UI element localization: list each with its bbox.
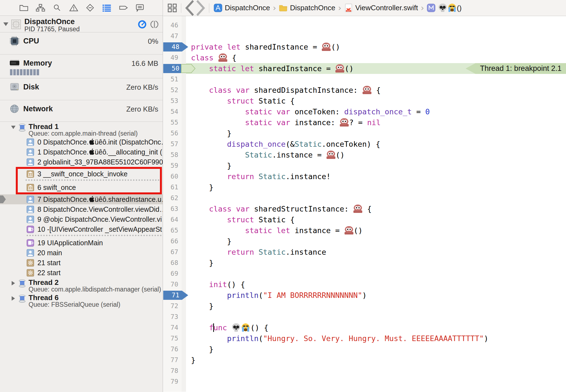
- code-line-content[interactable]: println("I AM BORRRRRRNNNNNNN"): [186, 290, 566, 301]
- code-line[interactable]: static let sharedInstance = ()50Thread 1…: [163, 63, 566, 74]
- code-line-content[interactable]: }: [186, 355, 566, 365]
- code-line-content[interactable]: }: [186, 236, 566, 247]
- code-line-content[interactable]: }: [186, 301, 566, 311]
- line-number[interactable]: 78: [163, 365, 182, 376]
- thread-row[interactable]: Thread 1Queue: com.apple.main-thread (se…: [0, 122, 163, 137]
- thread-row[interactable]: Thread 2Queue: com.apple.libdispatch-man…: [0, 278, 163, 293]
- line-number[interactable]: 54: [163, 106, 182, 117]
- test-navigator-icon[interactable]: [85, 3, 96, 12]
- line-number[interactable]: 75: [163, 333, 182, 344]
- code-line[interactable]: 57 dispatch_once(&Static.onceToken) {: [163, 139, 566, 149]
- code-line[interactable]: 72 }: [163, 301, 566, 311]
- stack-frame[interactable]: 10 -[UIViewController _setViewAppearSt…: [0, 224, 163, 234]
- line-number[interactable]: 73: [163, 311, 182, 322]
- stack-frame[interactable]: 0 DispatchOnce.üêô.init (DispatchOnc…: [0, 137, 163, 147]
- code-line[interactable]: 49class {: [163, 52, 566, 63]
- code-line-content[interactable]: static let instance = (): [186, 225, 566, 236]
- line-number[interactable]: 68: [163, 257, 182, 268]
- memory-split-button[interactable]: [150, 20, 159, 29]
- code-line-content[interactable]: println("Hungry. So. Very. Hungry. Must.…: [186, 333, 566, 344]
- line-number[interactable]: 69: [163, 268, 182, 279]
- line-number[interactable]: 77: [163, 355, 182, 365]
- issue-navigator-icon[interactable]: [68, 3, 79, 12]
- project-navigator-icon[interactable]: [18, 3, 29, 12]
- line-number[interactable]: 79: [163, 376, 182, 387]
- code-line[interactable]: 55 static var instance: ? = nil: [163, 117, 566, 128]
- forward-button[interactable]: [195, 3, 206, 13]
- disclosure-triangle-icon[interactable]: [12, 296, 15, 301]
- line-number[interactable]: 52: [163, 85, 182, 96]
- code-line-content[interactable]: struct Static {: [186, 214, 566, 225]
- code-line[interactable]: 56 }: [163, 128, 566, 139]
- stack-frame[interactable]: 19 UIApplicationMain: [0, 238, 163, 248]
- code-line[interactable]: 46: [163, 20, 566, 31]
- line-number[interactable]: 74: [163, 322, 182, 333]
- gauge-row-memory[interactable]: Memory16.6 MB: [0, 55, 163, 78]
- stack-frame[interactable]: 3 __swift_once_block_invoke: [18, 169, 160, 179]
- code-line-content[interactable]: func () {: [186, 322, 566, 333]
- breadcrumb-item[interactable]: SWIFTViewController.swift: [344, 4, 418, 12]
- line-number[interactable]: 72: [163, 301, 182, 311]
- line-number[interactable]: 57: [163, 139, 182, 149]
- code-line-content[interactable]: [186, 74, 566, 85]
- code-line[interactable]: 52 class var sharedDispatchInstance: {: [163, 85, 566, 96]
- code-line-content[interactable]: [186, 365, 566, 376]
- code-line-content[interactable]: return Static.instance!: [186, 171, 566, 182]
- code-line[interactable]: 61 }: [163, 182, 566, 193]
- report-navigator-icon[interactable]: [134, 3, 146, 12]
- code-line[interactable]: 47: [163, 31, 566, 42]
- disclosure-triangle-icon[interactable]: [3, 22, 8, 26]
- code-line-content[interactable]: static var instance: ? = nil: [186, 117, 566, 128]
- thread-row[interactable]: Thread 6Queue: FBSSerialQueue (serial): [0, 293, 163, 308]
- symbol-navigator-icon[interactable]: [35, 3, 46, 12]
- back-button[interactable]: [185, 3, 195, 13]
- line-number[interactable]: 51: [163, 74, 182, 85]
- code-line[interactable]: 64 struct Static {: [163, 214, 566, 225]
- gauge-row-disk[interactable]: DiskZero KB/s: [0, 78, 163, 100]
- line-number[interactable]: 49: [163, 52, 182, 63]
- stack-frame[interactable]: 9 @objc DispatchOnce.ViewController.vi…: [0, 214, 163, 224]
- code-line-content[interactable]: }: [186, 160, 566, 171]
- code-line[interactable]: 51: [163, 74, 566, 85]
- line-number[interactable]: 60: [163, 171, 182, 182]
- line-number[interactable]: 55: [163, 117, 182, 128]
- code-area[interactable]: 4647private let sharedInstance = ()4849c…: [163, 16, 566, 392]
- line-number[interactable]: 61: [163, 182, 182, 193]
- gauge-row-cpu[interactable]: CPU0%: [0, 32, 163, 55]
- code-line[interactable]: 68 }: [163, 257, 566, 268]
- line-number[interactable]: 47: [163, 31, 182, 42]
- stack-frame[interactable]: 1 DispatchOnce.üêô.__allocating_init (…: [0, 147, 163, 157]
- code-line-content[interactable]: return Static.instance: [186, 247, 566, 257]
- breakpoint-badge[interactable]: Thread 1: breakpoint 2.1: [466, 63, 566, 74]
- code-line-content[interactable]: [186, 193, 566, 203]
- code-line-content[interactable]: [186, 376, 566, 387]
- line-number[interactable]: 53: [163, 96, 182, 106]
- code-line[interactable]: 76 }: [163, 344, 566, 355]
- code-line[interactable]: 74 func () {: [163, 322, 566, 333]
- code-line[interactable]: 54 static var onceToken: dispatch_once_t…: [163, 106, 566, 117]
- stack-frame[interactable]: 8 DispatchOnce.ViewController.viewDid…: [0, 204, 163, 214]
- code-line-content[interactable]: class var sharedDispatchInstance: {: [186, 85, 566, 96]
- code-line[interactable]: 66 }: [163, 236, 566, 247]
- code-line[interactable]: 67 return Static.instance: [163, 247, 566, 257]
- code-line[interactable]: 79: [163, 376, 566, 387]
- debug-gauge-button[interactable]: [138, 20, 147, 29]
- stack-frame[interactable]: 21 start: [0, 258, 163, 268]
- code-line-content[interactable]: init() {: [186, 279, 566, 290]
- code-line-content[interactable]: dispatch_once(&Static.onceToken) {: [186, 139, 566, 149]
- disclosure-triangle-icon[interactable]: [12, 281, 15, 285]
- code-line[interactable]: 78: [163, 365, 566, 376]
- code-line-content[interactable]: class var sharedStructInstance: {: [186, 203, 566, 214]
- code-line[interactable]: println("I AM BORRRRRRNNNNNNN")71: [163, 290, 566, 301]
- code-line[interactable]: 53 struct Static {: [163, 96, 566, 106]
- code-line-content[interactable]: [186, 20, 566, 31]
- line-number[interactable]: 56: [163, 128, 182, 139]
- code-line[interactable]: 63 class var sharedStructInstance: {: [163, 203, 566, 214]
- breadcrumb-item[interactable]: (): [427, 3, 462, 12]
- related-items-icon[interactable]: [167, 3, 178, 13]
- line-number[interactable]: 59: [163, 160, 182, 171]
- code-line-content[interactable]: }: [186, 182, 566, 193]
- line-number[interactable]: 46: [163, 20, 182, 31]
- line-number[interactable]: 66: [163, 236, 182, 247]
- code-line[interactable]: private let sharedInstance = ()48: [163, 42, 566, 52]
